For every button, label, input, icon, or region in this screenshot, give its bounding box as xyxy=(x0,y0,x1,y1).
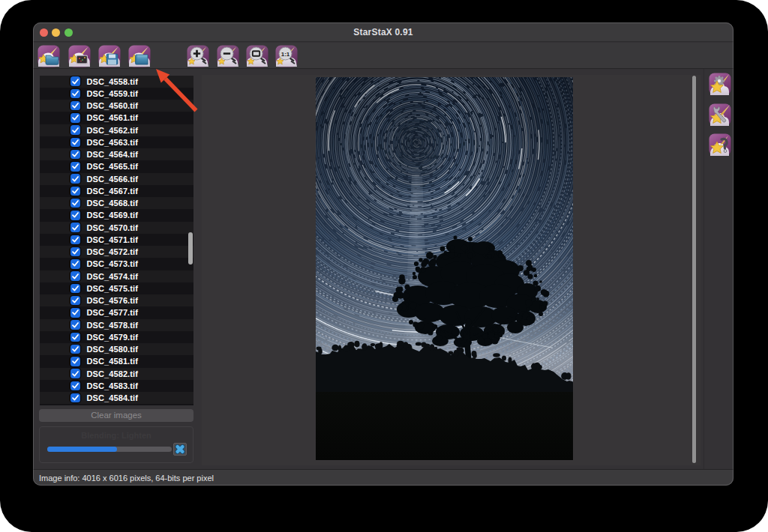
svg-text:1:1: 1:1 xyxy=(280,51,290,58)
